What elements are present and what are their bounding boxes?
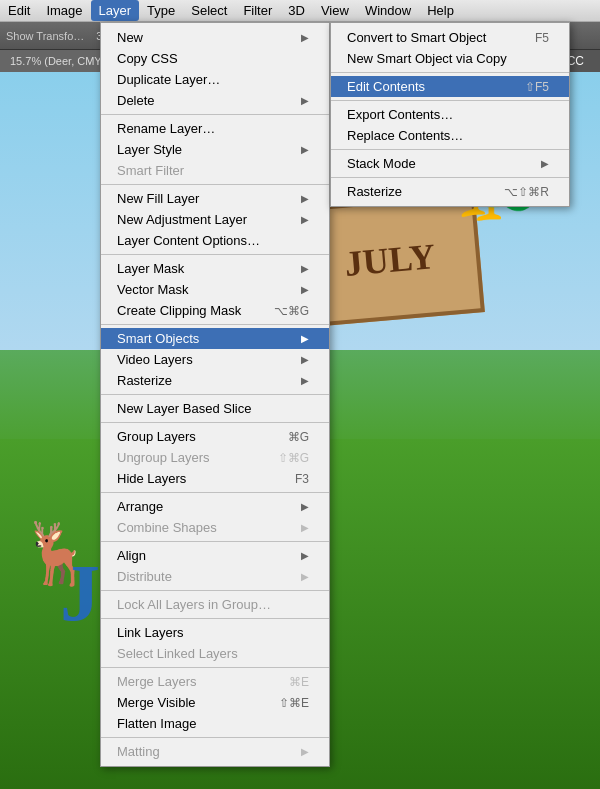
menu-item-lock-all-layers[interactable]: Lock All Layers in Group… (101, 594, 329, 615)
merge-layers-shortcut: ⌘E (289, 675, 309, 689)
menu-item-arrange[interactable]: Arrange ▶ (101, 496, 329, 517)
menu-item-merge-visible-label: Merge Visible (117, 695, 196, 710)
menu-item-combine-shapes[interactable]: Combine Shapes ▶ (101, 517, 329, 538)
separator-3 (101, 254, 329, 255)
group-layers-shortcut: ⌘G (288, 430, 309, 444)
layer-style-arrow-icon: ▶ (301, 144, 309, 155)
menu-item-layer-style[interactable]: Layer Style ▶ (101, 139, 329, 160)
menu-item-vector-mask[interactable]: Vector Mask ▶ (101, 279, 329, 300)
menu-item-ungroup-layers-label: Ungroup Layers (117, 450, 210, 465)
menu-item-layer-mask[interactable]: Layer Mask ▶ (101, 258, 329, 279)
separator-8 (101, 541, 329, 542)
submenu-item-export-contents-label: Export Contents… (347, 107, 453, 122)
menu-item-distribute[interactable]: Distribute ▶ (101, 566, 329, 587)
menu-item-new-adjustment-layer-label: New Adjustment Layer (117, 212, 247, 227)
menubar-item-layer[interactable]: Layer (91, 0, 140, 21)
menu-item-new-layer-based-slice-label: New Layer Based Slice (117, 401, 251, 416)
separator-1 (101, 114, 329, 115)
edit-contents-shortcut: ⇧F5 (525, 80, 549, 94)
menu-item-combine-shapes-label: Combine Shapes (117, 520, 217, 535)
menu-item-create-clipping-mask-label: Create Clipping Mask (117, 303, 241, 318)
menu-item-ungroup-layers[interactable]: Ungroup Layers ⇧⌘G (101, 447, 329, 468)
menu-item-flatten-image[interactable]: Flatten Image (101, 713, 329, 734)
menu-item-flatten-image-label: Flatten Image (117, 716, 197, 731)
menubar-item-window[interactable]: Window (357, 0, 419, 21)
separator-10 (101, 618, 329, 619)
menu-item-rename-layer-label: Rename Layer… (117, 121, 215, 136)
menu-item-create-clipping-mask[interactable]: Create Clipping Mask ⌥⌘G (101, 300, 329, 321)
menu-item-link-layers[interactable]: Link Layers (101, 622, 329, 643)
arrange-arrow-icon: ▶ (301, 501, 309, 512)
menu-item-arrange-label: Arrange (117, 499, 163, 514)
menu-item-vector-mask-label: Vector Mask (117, 282, 189, 297)
menu-item-group-layers[interactable]: Group Layers ⌘G (101, 426, 329, 447)
menu-item-delete-label: Delete (117, 93, 155, 108)
menu-item-new-adjustment-layer[interactable]: New Adjustment Layer ▶ (101, 209, 329, 230)
separator-6 (101, 422, 329, 423)
menu-item-layer-style-label: Layer Style (117, 142, 182, 157)
menu-item-new-layer-based-slice[interactable]: New Layer Based Slice (101, 398, 329, 419)
smart-objects-submenu: Convert to Smart Object F5 New Smart Obj… (330, 22, 570, 207)
menu-item-align[interactable]: Align ▶ (101, 545, 329, 566)
ungroup-layers-shortcut: ⇧⌘G (278, 451, 309, 465)
menu-item-lock-all-layers-label: Lock All Layers in Group… (117, 597, 271, 612)
submenu-item-new-smart-object-via-copy-label: New Smart Object via Copy (347, 51, 507, 66)
menu-item-hide-layers[interactable]: Hide Layers F3 (101, 468, 329, 489)
matting-arrow-icon: ▶ (301, 746, 309, 757)
submenu-separator-3 (331, 149, 569, 150)
menu-item-smart-objects[interactable]: Smart Objects ▶ (101, 328, 329, 349)
separator-7 (101, 492, 329, 493)
menu-item-smart-filter[interactable]: Smart Filter (101, 160, 329, 181)
menubar-item-image[interactable]: Image (38, 0, 90, 21)
menu-item-select-linked-layers[interactable]: Select Linked Layers (101, 643, 329, 664)
submenu-item-convert-label: Convert to Smart Object (347, 30, 486, 45)
delete-arrow-icon: ▶ (301, 95, 309, 106)
menu-item-rename-layer[interactable]: Rename Layer… (101, 118, 329, 139)
menu-item-delete[interactable]: Delete ▶ (101, 90, 329, 111)
new-arrow-icon: ▶ (301, 32, 309, 43)
menu-item-layer-content-options[interactable]: Layer Content Options… (101, 230, 329, 251)
combine-shapes-arrow-icon: ▶ (301, 522, 309, 533)
separator-11 (101, 667, 329, 668)
new-adjustment-layer-arrow-icon: ▶ (301, 214, 309, 225)
submenu-item-edit-contents[interactable]: Edit Contents ⇧F5 (331, 76, 569, 97)
menubar: Edit Image Layer Type Select Filter 3D V… (0, 0, 600, 22)
menu-item-layer-mask-label: Layer Mask (117, 261, 184, 276)
stack-mode-arrow-icon: ▶ (541, 158, 549, 169)
create-clipping-mask-shortcut: ⌥⌘G (274, 304, 309, 318)
menu-item-hide-layers-label: Hide Layers (117, 471, 186, 486)
menubar-item-view[interactable]: View (313, 0, 357, 21)
menu-item-merge-layers[interactable]: Merge Layers ⌘E (101, 671, 329, 692)
menu-item-new[interactable]: New ▶ (101, 27, 329, 48)
hide-layers-shortcut: F3 (295, 472, 309, 486)
menu-item-new-fill-layer-label: New Fill Layer (117, 191, 199, 206)
menu-item-align-label: Align (117, 548, 146, 563)
submenu-separator-4 (331, 177, 569, 178)
menu-item-merge-visible[interactable]: Merge Visible ⇧⌘E (101, 692, 329, 713)
menubar-item-filter[interactable]: Filter (235, 0, 280, 21)
menubar-item-3d[interactable]: 3D (280, 0, 313, 21)
submenu-item-rasterize-label: Rasterize (347, 184, 402, 199)
menubar-item-select[interactable]: Select (183, 0, 235, 21)
menu-item-rasterize[interactable]: Rasterize ▶ (101, 370, 329, 391)
submenu-item-export-contents[interactable]: Export Contents… (331, 104, 569, 125)
menu-item-copy-css[interactable]: Copy CSS (101, 48, 329, 69)
submenu-item-replace-contents[interactable]: Replace Contents… (331, 125, 569, 146)
submenu-item-convert-to-smart-object[interactable]: Convert to Smart Object F5 (331, 27, 569, 48)
menu-item-matting[interactable]: Matting ▶ (101, 741, 329, 762)
menu-item-distribute-label: Distribute (117, 569, 172, 584)
menubar-item-type[interactable]: Type (139, 0, 183, 21)
menu-item-copy-css-label: Copy CSS (117, 51, 178, 66)
menu-item-video-layers[interactable]: Video Layers ▶ (101, 349, 329, 370)
convert-smart-object-shortcut: F5 (535, 31, 549, 45)
submenu-item-rasterize[interactable]: Rasterize ⌥⇧⌘R (331, 181, 569, 202)
menu-item-new-fill-layer[interactable]: New Fill Layer ▶ (101, 188, 329, 209)
separator-2 (101, 184, 329, 185)
submenu-item-new-smart-object-via-copy[interactable]: New Smart Object via Copy (331, 48, 569, 69)
submenu-item-stack-mode[interactable]: Stack Mode ▶ (331, 153, 569, 174)
menu-item-duplicate-layer[interactable]: Duplicate Layer… (101, 69, 329, 90)
video-layers-arrow-icon: ▶ (301, 354, 309, 365)
menubar-item-edit[interactable]: Edit (0, 0, 38, 21)
menubar-item-help[interactable]: Help (419, 0, 462, 21)
layer-mask-arrow-icon: ▶ (301, 263, 309, 274)
